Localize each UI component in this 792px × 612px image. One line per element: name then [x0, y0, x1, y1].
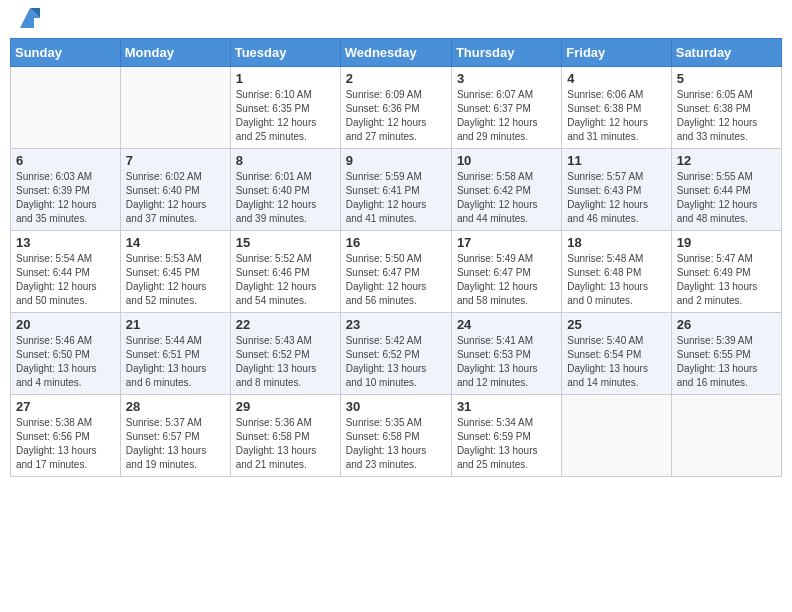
calendar-cell: 2Sunrise: 6:09 AM Sunset: 6:36 PM Daylig…	[340, 67, 451, 149]
day-number: 30	[346, 399, 446, 414]
day-number: 27	[16, 399, 115, 414]
calendar-cell: 10Sunrise: 5:58 AM Sunset: 6:42 PM Dayli…	[451, 149, 561, 231]
day-number: 9	[346, 153, 446, 168]
calendar-cell: 8Sunrise: 6:01 AM Sunset: 6:40 PM Daylig…	[230, 149, 340, 231]
day-info: Sunrise: 5:42 AM Sunset: 6:52 PM Dayligh…	[346, 334, 446, 390]
day-info: Sunrise: 5:46 AM Sunset: 6:50 PM Dayligh…	[16, 334, 115, 390]
day-header-tuesday: Tuesday	[230, 39, 340, 67]
day-number: 10	[457, 153, 556, 168]
day-header-friday: Friday	[562, 39, 671, 67]
day-info: Sunrise: 6:10 AM Sunset: 6:35 PM Dayligh…	[236, 88, 335, 144]
calendar-cell: 31Sunrise: 5:34 AM Sunset: 6:59 PM Dayli…	[451, 395, 561, 477]
calendar-cell: 3Sunrise: 6:07 AM Sunset: 6:37 PM Daylig…	[451, 67, 561, 149]
day-number: 4	[567, 71, 665, 86]
calendar-cell: 16Sunrise: 5:50 AM Sunset: 6:47 PM Dayli…	[340, 231, 451, 313]
day-info: Sunrise: 5:40 AM Sunset: 6:54 PM Dayligh…	[567, 334, 665, 390]
day-number: 14	[126, 235, 225, 250]
day-info: Sunrise: 5:58 AM Sunset: 6:42 PM Dayligh…	[457, 170, 556, 226]
day-info: Sunrise: 5:59 AM Sunset: 6:41 PM Dayligh…	[346, 170, 446, 226]
day-number: 16	[346, 235, 446, 250]
day-number: 18	[567, 235, 665, 250]
day-number: 25	[567, 317, 665, 332]
day-number: 15	[236, 235, 335, 250]
day-info: Sunrise: 5:57 AM Sunset: 6:43 PM Dayligh…	[567, 170, 665, 226]
day-info: Sunrise: 5:47 AM Sunset: 6:49 PM Dayligh…	[677, 252, 776, 308]
calendar-cell: 28Sunrise: 5:37 AM Sunset: 6:57 PM Dayli…	[120, 395, 230, 477]
calendar-cell: 29Sunrise: 5:36 AM Sunset: 6:58 PM Dayli…	[230, 395, 340, 477]
calendar-week-row: 20Sunrise: 5:46 AM Sunset: 6:50 PM Dayli…	[11, 313, 782, 395]
day-number: 17	[457, 235, 556, 250]
calendar-cell: 6Sunrise: 6:03 AM Sunset: 6:39 PM Daylig…	[11, 149, 121, 231]
calendar-cell: 23Sunrise: 5:42 AM Sunset: 6:52 PM Dayli…	[340, 313, 451, 395]
day-number: 26	[677, 317, 776, 332]
day-info: Sunrise: 5:53 AM Sunset: 6:45 PM Dayligh…	[126, 252, 225, 308]
calendar-cell	[120, 67, 230, 149]
calendar-week-row: 1Sunrise: 6:10 AM Sunset: 6:35 PM Daylig…	[11, 67, 782, 149]
calendar-cell: 27Sunrise: 5:38 AM Sunset: 6:56 PM Dayli…	[11, 395, 121, 477]
calendar-cell	[671, 395, 781, 477]
calendar-cell: 25Sunrise: 5:40 AM Sunset: 6:54 PM Dayli…	[562, 313, 671, 395]
day-number: 11	[567, 153, 665, 168]
day-info: Sunrise: 5:37 AM Sunset: 6:57 PM Dayligh…	[126, 416, 225, 472]
day-info: Sunrise: 5:34 AM Sunset: 6:59 PM Dayligh…	[457, 416, 556, 472]
day-info: Sunrise: 6:02 AM Sunset: 6:40 PM Dayligh…	[126, 170, 225, 226]
day-info: Sunrise: 6:05 AM Sunset: 6:38 PM Dayligh…	[677, 88, 776, 144]
day-info: Sunrise: 6:09 AM Sunset: 6:36 PM Dayligh…	[346, 88, 446, 144]
day-number: 28	[126, 399, 225, 414]
calendar-cell: 17Sunrise: 5:49 AM Sunset: 6:47 PM Dayli…	[451, 231, 561, 313]
day-number: 6	[16, 153, 115, 168]
page-header	[10, 10, 782, 34]
calendar-week-row: 27Sunrise: 5:38 AM Sunset: 6:56 PM Dayli…	[11, 395, 782, 477]
calendar-cell: 15Sunrise: 5:52 AM Sunset: 6:46 PM Dayli…	[230, 231, 340, 313]
day-info: Sunrise: 5:39 AM Sunset: 6:55 PM Dayligh…	[677, 334, 776, 390]
calendar-cell: 30Sunrise: 5:35 AM Sunset: 6:58 PM Dayli…	[340, 395, 451, 477]
calendar-cell: 9Sunrise: 5:59 AM Sunset: 6:41 PM Daylig…	[340, 149, 451, 231]
day-info: Sunrise: 5:50 AM Sunset: 6:47 PM Dayligh…	[346, 252, 446, 308]
day-number: 29	[236, 399, 335, 414]
logo-icon	[16, 4, 44, 32]
day-number: 23	[346, 317, 446, 332]
day-number: 3	[457, 71, 556, 86]
day-number: 31	[457, 399, 556, 414]
day-number: 2	[346, 71, 446, 86]
calendar-cell: 22Sunrise: 5:43 AM Sunset: 6:52 PM Dayli…	[230, 313, 340, 395]
day-number: 13	[16, 235, 115, 250]
day-info: Sunrise: 5:36 AM Sunset: 6:58 PM Dayligh…	[236, 416, 335, 472]
day-header-thursday: Thursday	[451, 39, 561, 67]
calendar-header-row: SundayMondayTuesdayWednesdayThursdayFrid…	[11, 39, 782, 67]
day-info: Sunrise: 6:01 AM Sunset: 6:40 PM Dayligh…	[236, 170, 335, 226]
day-info: Sunrise: 5:54 AM Sunset: 6:44 PM Dayligh…	[16, 252, 115, 308]
day-number: 19	[677, 235, 776, 250]
logo	[14, 10, 44, 34]
day-info: Sunrise: 5:41 AM Sunset: 6:53 PM Dayligh…	[457, 334, 556, 390]
calendar-cell: 4Sunrise: 6:06 AM Sunset: 6:38 PM Daylig…	[562, 67, 671, 149]
calendar-cell	[562, 395, 671, 477]
day-info: Sunrise: 5:43 AM Sunset: 6:52 PM Dayligh…	[236, 334, 335, 390]
day-number: 24	[457, 317, 556, 332]
day-number: 7	[126, 153, 225, 168]
day-info: Sunrise: 6:06 AM Sunset: 6:38 PM Dayligh…	[567, 88, 665, 144]
day-header-monday: Monday	[120, 39, 230, 67]
calendar-cell: 5Sunrise: 6:05 AM Sunset: 6:38 PM Daylig…	[671, 67, 781, 149]
day-number: 20	[16, 317, 115, 332]
calendar-cell: 20Sunrise: 5:46 AM Sunset: 6:50 PM Dayli…	[11, 313, 121, 395]
day-number: 1	[236, 71, 335, 86]
day-info: Sunrise: 5:55 AM Sunset: 6:44 PM Dayligh…	[677, 170, 776, 226]
day-info: Sunrise: 6:07 AM Sunset: 6:37 PM Dayligh…	[457, 88, 556, 144]
day-info: Sunrise: 5:48 AM Sunset: 6:48 PM Dayligh…	[567, 252, 665, 308]
day-number: 12	[677, 153, 776, 168]
calendar-cell: 14Sunrise: 5:53 AM Sunset: 6:45 PM Dayli…	[120, 231, 230, 313]
day-header-wednesday: Wednesday	[340, 39, 451, 67]
day-header-saturday: Saturday	[671, 39, 781, 67]
calendar-week-row: 13Sunrise: 5:54 AM Sunset: 6:44 PM Dayli…	[11, 231, 782, 313]
calendar-cell: 13Sunrise: 5:54 AM Sunset: 6:44 PM Dayli…	[11, 231, 121, 313]
day-info: Sunrise: 5:49 AM Sunset: 6:47 PM Dayligh…	[457, 252, 556, 308]
calendar-cell: 21Sunrise: 5:44 AM Sunset: 6:51 PM Dayli…	[120, 313, 230, 395]
calendar-cell: 11Sunrise: 5:57 AM Sunset: 6:43 PM Dayli…	[562, 149, 671, 231]
day-number: 8	[236, 153, 335, 168]
calendar-week-row: 6Sunrise: 6:03 AM Sunset: 6:39 PM Daylig…	[11, 149, 782, 231]
day-info: Sunrise: 5:38 AM Sunset: 6:56 PM Dayligh…	[16, 416, 115, 472]
day-number: 5	[677, 71, 776, 86]
calendar-cell: 26Sunrise: 5:39 AM Sunset: 6:55 PM Dayli…	[671, 313, 781, 395]
day-info: Sunrise: 5:35 AM Sunset: 6:58 PM Dayligh…	[346, 416, 446, 472]
